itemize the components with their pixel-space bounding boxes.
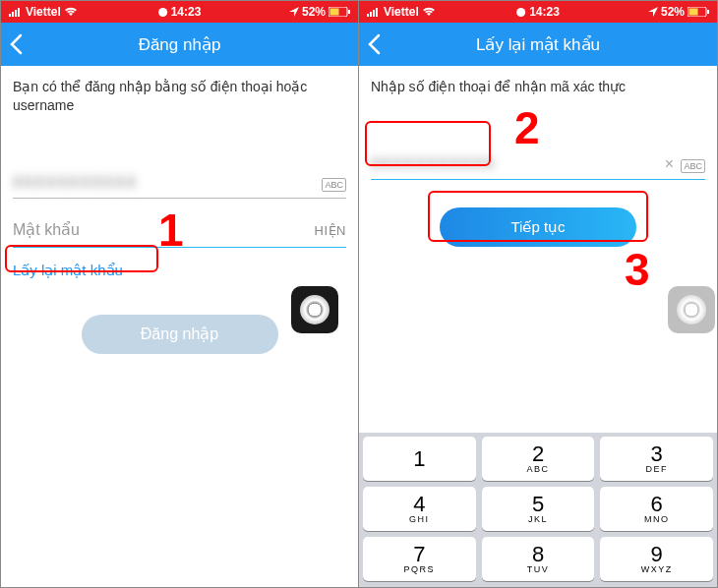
instruction-text: Nhập số điện thoại để nhận mã xác thực — [359, 66, 717, 102]
phone-left: Viettel 14:23 52% Đăng nhập Bạn có thể đ… — [1, 1, 359, 587]
assistive-ring-icon — [677, 295, 706, 324]
phone-value-masked: 0XXXXXXXXXX — [371, 155, 496, 173]
carrier-label: Viettel — [384, 5, 419, 19]
assistive-touch[interactable] — [291, 286, 338, 333]
svg-rect-10 — [376, 8, 378, 17]
back-button[interactable] — [367, 23, 381, 66]
clear-input-button[interactable]: × — [665, 155, 674, 173]
forgot-password-link[interactable]: Lấy lại mật khẩu — [13, 262, 123, 279]
assistive-ring-icon — [300, 295, 329, 324]
location-arrow-icon — [289, 7, 299, 17]
key-2[interactable]: 2ABC — [482, 437, 595, 481]
status-bar: Viettel 14:23 52% — [359, 1, 717, 23]
location-arrow-icon — [648, 7, 658, 17]
key-7[interactable]: 7PQRS — [363, 537, 476, 581]
tutorial-frame: Viettel 14:23 52% Đăng nhập Bạn có thể đ… — [0, 0, 718, 588]
svg-rect-13 — [707, 10, 709, 14]
numeric-keypad: 1 2ABC 3DEF 4GHI 5JKL 6MNO 7PQRS 8TUV 9W… — [359, 433, 717, 587]
svg-rect-8 — [370, 12, 372, 17]
page-title: Lấy lại mật khẩu — [359, 34, 717, 55]
abc-toggle[interactable]: ABC — [681, 159, 705, 173]
wifi-icon — [422, 7, 436, 17]
back-button[interactable] — [9, 23, 23, 66]
svg-rect-6 — [348, 10, 350, 14]
battery-pct: 52% — [661, 5, 685, 19]
wifi-icon — [64, 7, 78, 17]
header: Đăng nhập — [1, 23, 358, 66]
signal-icon — [367, 7, 381, 17]
svg-rect-12 — [689, 9, 698, 16]
password-input[interactable]: Mật khẩu HIỆN — [13, 220, 346, 248]
annotation-number-2: 2 — [514, 101, 540, 154]
record-icon — [516, 8, 525, 17]
phone-value-masked: 0XXXXXXXXXX — [13, 174, 138, 192]
carrier-label: Viettel — [26, 5, 61, 19]
svg-rect-9 — [373, 10, 375, 17]
battery-icon — [329, 7, 350, 17]
battery-pct: 52% — [302, 5, 326, 19]
show-password-toggle[interactable]: HIỆN — [315, 223, 346, 238]
svg-rect-2 — [15, 10, 17, 17]
key-8[interactable]: 8TUV — [482, 537, 595, 581]
assistive-touch[interactable] — [668, 286, 715, 333]
chevron-left-icon — [9, 33, 23, 55]
time-label: 14:23 — [529, 5, 560, 19]
key-4[interactable]: 4GHI — [363, 487, 476, 531]
key-5[interactable]: 5JKL — [482, 487, 595, 531]
phone-input[interactable]: 0XXXXXXXXXX × ABC — [371, 155, 705, 180]
header: Lấy lại mật khẩu — [359, 23, 717, 66]
chevron-left-icon — [367, 33, 381, 55]
annotation-number-3: 3 — [625, 243, 650, 296]
phone-input[interactable]: 0XXXXXXXXXX ABC — [13, 174, 346, 199]
status-bar: Viettel 14:23 52% — [1, 1, 358, 23]
svg-rect-0 — [9, 14, 11, 17]
battery-icon — [688, 7, 709, 17]
instruction-text: Bạn có thể đăng nhập bằng số điện thoại … — [1, 66, 358, 121]
continue-button[interactable]: Tiếp tục — [440, 207, 636, 247]
login-button[interactable]: Đăng nhập — [82, 315, 278, 354]
password-placeholder: Mật khẩu — [13, 220, 80, 239]
key-6[interactable]: 6MNO — [600, 487, 713, 531]
time-label: 14:23 — [171, 5, 202, 19]
key-3[interactable]: 3DEF — [600, 437, 713, 481]
key-9[interactable]: 9WXYZ — [600, 537, 713, 581]
abc-toggle[interactable]: ABC — [322, 178, 346, 192]
svg-rect-5 — [330, 9, 339, 16]
svg-rect-7 — [367, 14, 369, 17]
signal-icon — [9, 7, 23, 17]
record-icon — [158, 8, 167, 17]
svg-rect-3 — [18, 8, 20, 17]
key-1[interactable]: 1 — [363, 437, 476, 481]
svg-rect-1 — [12, 12, 14, 17]
page-title: Đăng nhập — [1, 34, 358, 55]
phone-right: Viettel 14:23 52% Lấy lại mật khẩu Nhập … — [359, 1, 717, 587]
